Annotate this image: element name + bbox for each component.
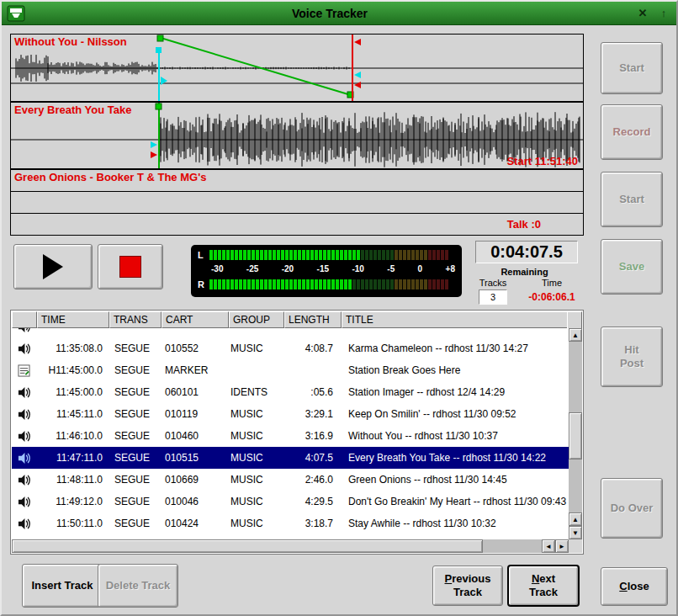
row-title: Karma Chameleon -- rdhost 11/30 14:27 [345,343,569,354]
scroll-left-icon[interactable]: ◄ [542,539,555,553]
vu-scale-tick: -25 [246,264,258,273]
save-button[interactable]: Save [601,239,663,295]
track-pane-1[interactable]: Without You - Nilsson [11,35,583,103]
row-length: :05.6 [281,386,345,398]
table-row[interactable]: 11:47:11.0 SEGUE 010515 MUSIC 4:07.5 Eve… [12,447,569,469]
table-row[interactable]: 11:46:10.0 SEGUE 010460 MUSIC 3:16.9 Wit… [12,425,569,447]
start-button-2[interactable]: Start [601,172,663,227]
next-track-button[interactable]: NextTrack [508,566,579,606]
vertical-scrollbar[interactable]: ▲ ▲ ▼ [569,328,582,539]
row-title: Keep On Smilin' -- rdhost 11/30 09:52 [345,408,569,420]
scroll-up-icon[interactable]: ▲ [569,328,582,342]
remaining-tracks-label: Tracks [467,278,519,288]
stop-button[interactable] [98,244,163,289]
title-bar[interactable]: Voice Tracker ✕ ↑ [2,2,676,25]
insert-track-button[interactable]: Insert Track [22,564,103,608]
segue-marker-bottom-icon[interactable] [354,82,361,88]
vu-left-label: L [198,250,209,260]
do-over-button[interactable]: Do Over [601,478,663,539]
row-group: MUSIC [227,408,281,420]
fade-handle-start[interactable] [157,35,163,41]
row-trans: SEGUE [111,408,162,420]
column-header-time[interactable]: TIME [37,311,109,328]
table-rows: 11:35:08.0 SEGUE 010552 MUSIC 4:08.7 Kar… [12,328,569,539]
row-title: Don't Go Breakin' My Heart -- rdhost 11/… [345,496,569,507]
row-cart: 060101 [162,386,227,398]
row-length: 3:18.7 [281,518,345,529]
talk-handle[interactable] [156,47,162,53]
row-type-icon [12,474,35,486]
row-type-icon [12,518,35,530]
scroll-up2-icon[interactable]: ▲ [569,512,582,526]
row-group: MUSIC [227,474,281,486]
voice-tracker-window: Voice Tracker ✕ ↑ Without You - Nilsson [0,0,678,616]
row-title: Stay Awhile -- rdhost 11/30 10:32 [345,518,569,529]
column-header-trans[interactable]: TRANS [109,311,162,328]
rivendell-logo-icon [7,5,25,22]
play-icon [43,254,63,279]
column-header-cart[interactable]: CART [162,311,229,328]
previous-track-button[interactable]: PreviousTrack [432,566,503,606]
close-button[interactable]: Close [601,567,668,606]
track3-region-line [11,191,583,192]
column-header-title[interactable]: TITLE [342,311,569,328]
row-cart: 010119 [162,408,227,420]
record-button[interactable]: Record [601,104,663,160]
start-button-1[interactable]: Start [601,42,663,94]
scroll-down-icon[interactable]: ▼ [569,526,582,539]
log-table: TIME TRANS CART GROUP LENGTH TITLE 11:35… [10,310,584,555]
table-row[interactable]: 11:45:11.0 SEGUE 010119 MUSIC 3:29.1 Kee… [12,403,569,425]
scroll-right-icon[interactable]: ► [555,539,569,553]
vu-scale-tick: -30 [211,264,223,273]
fade-ramp-line[interactable] [161,38,351,95]
row-trans: SEGUE [111,518,162,529]
segue-marker-cyan-icon[interactable] [354,72,361,78]
column-header-length[interactable]: LENGTH [284,311,342,328]
hit-post-button[interactable]: HitPost [601,327,663,387]
next-track-label: NextTrack [529,572,558,598]
table-row[interactable]: 11:50:11.0 SEGUE 010424 MUSIC 3:18.7 Sta… [12,512,569,534]
table-row[interactable]: H11:45:00.0 SEGUE MARKER Station Break G… [12,359,569,381]
horizontal-scroll-thumb[interactable] [12,539,483,553]
table-row[interactable]: 11:48:11.0 SEGUE 010669 MUSIC 2:46.0 Gre… [12,469,569,491]
row-type-icon [12,408,35,421]
window-title: Voice Tracker [25,7,634,20]
track2-marker-red-icon[interactable] [151,151,157,158]
track2-marker-cyan-icon[interactable] [151,141,157,148]
row-group: IDENTS [227,386,281,398]
table-row[interactable] [12,328,569,337]
track-pane-2[interactable]: Every Breath You Take Start 11:51:40 [11,103,583,170]
play-button[interactable] [13,244,93,289]
segue-marker-top-icon[interactable] [354,39,361,45]
row-length: 2:46.0 [281,474,345,486]
track2-start-handle[interactable] [156,104,162,109]
column-header-group[interactable]: GROUP [229,311,284,328]
vu-scale: -30 -25 -20 -15 -10 -5 0 +8 [211,264,455,273]
row-type-icon [12,430,35,443]
elapsed-time-display: 0:04:07.5 [475,241,578,263]
row-group: MUSIC [227,343,281,354]
vu-scale-tick: +8 [446,264,455,273]
maximize-icon[interactable]: ↑ [655,5,672,22]
row-cart: 010046 [162,496,227,507]
row-cart: 010669 [162,474,227,486]
track1-title: Without You - Nilsson [14,35,127,48]
vu-scale-tick: -10 [352,264,363,273]
previous-track-label: PreviousTrack [445,572,491,598]
row-group: MUSIC [227,496,281,507]
row-cart: 010460 [162,430,227,442]
table-row[interactable]: 11:45:00.0 SEGUE 060101 IDENTS :05.6 Sta… [12,381,569,403]
column-header-icon[interactable] [12,311,37,328]
horizontal-scrollbar[interactable]: ◄ ► [12,539,569,553]
track-pane-3[interactable]: Green Onions - Booker T & The MG's Talk … [11,170,583,236]
row-title: Every Breath You Take -- rdhost 11/30 14… [345,452,569,464]
close-icon[interactable]: ✕ [634,5,651,22]
delete-track-button[interactable]: Delete Track [98,564,178,608]
vu-meter: L -30 -25 -20 -15 -10 -5 0 +8 R [191,245,462,297]
row-trans: SEGUE [111,452,162,464]
table-row[interactable]: 11:35:08.0 SEGUE 010552 MUSIC 4:08.7 Kar… [12,337,569,359]
remaining-tracks-value: 3 [479,289,507,305]
table-row[interactable]: 11:49:12.0 SEGUE 010046 MUSIC 4:29.5 Don… [12,491,569,512]
vu-scale-tick: -5 [387,264,395,273]
vertical-scroll-thumb[interactable] [569,412,582,459]
